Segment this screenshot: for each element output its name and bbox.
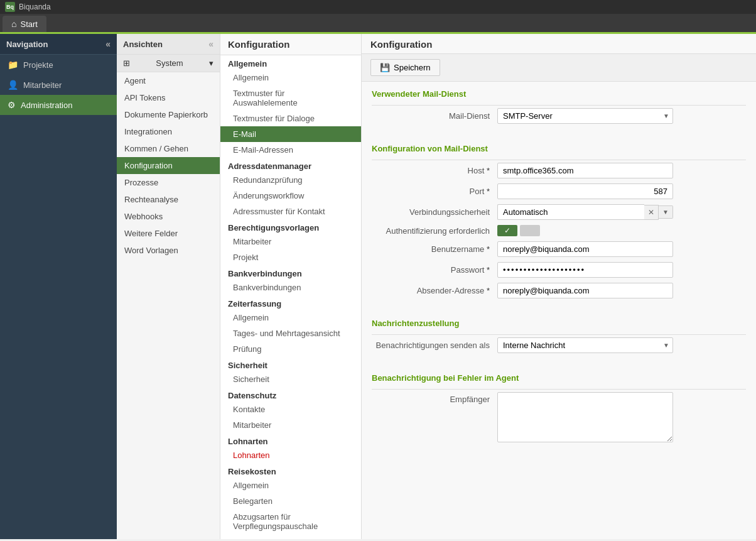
menu-item-bankverbindungen[interactable]: Bankverbindungen [220, 280, 361, 295]
menu-item-bv-mitarbeiter[interactable]: Mitarbeiter [220, 234, 361, 249]
verbindungssicherheit-select-wrapper: Automatisch Keine SSL/TLS STARTTLS ✕ ▼ [497, 204, 673, 220]
menu-item-redundanzpruefung[interactable]: Redundanzprüfung [220, 172, 361, 188]
empfaenger-textarea[interactable] [497, 392, 673, 442]
views-item-prozesse[interactable]: Prozesse [117, 174, 220, 191]
mail-dienst-title: Verwendeter Mail-Dienst [372, 89, 746, 99]
config-menu: Konfiguration Allgemein Allgemein Textmu… [220, 34, 362, 539]
menu-item-abzugsarten[interactable]: Abzugsarten für Verpflegungspauschale [220, 509, 361, 534]
port-input[interactable] [497, 183, 673, 199]
views-panel: Ansichten « ⊞ System ▾ Agent API Tokens … [117, 34, 220, 539]
tab-start-label: Start [20, 19, 37, 29]
sidebar-item-label: Administration [21, 101, 72, 110]
app-title: Biquanda [19, 3, 51, 11]
views-header: Ansichten « [117, 34, 220, 55]
mail-dienst-select-wrapper: SMTP-Server SendGrid Mailgun ▼ [497, 108, 673, 124]
views-collapse-button[interactable]: « [208, 39, 213, 49]
mail-dienst-label: Mail-Dienst [372, 111, 497, 121]
views-group-system-header[interactable]: ⊞ System ▾ [117, 55, 220, 72]
config-top-bar: 💾 Speichern [362, 54, 756, 82]
verbindungssicherheit-clear-button[interactable]: ✕ [644, 205, 659, 220]
content-area: Konfiguration Allgemein Allgemein Textmu… [220, 34, 756, 539]
home-icon: ⌂ [11, 19, 16, 29]
menu-item-allgemein[interactable]: Allgemein [220, 70, 361, 85]
empfaenger-label: Empfänger [372, 392, 497, 404]
menu-item-pruefung[interactable]: Prüfung [220, 341, 361, 357]
mail-dienst-select[interactable]: SMTP-Server SendGrid Mailgun [497, 108, 673, 124]
menu-section-adressdatenmanager: Adressdatenmanager [220, 158, 361, 172]
sidebar-item-label: Mitarbeiter [23, 80, 62, 90]
menu-item-email-adressen[interactable]: E-Mail-Adressen [220, 142, 361, 158]
form-row-mail-dienst: Mail-Dienst SMTP-Server SendGrid Mailgun… [372, 108, 746, 124]
titlebar: Bq Biquanda [0, 0, 756, 14]
verbindungssicherheit-label: Verbindungssicherheit [372, 207, 497, 217]
fehler-agent-title: Benachrichtigung bei Fehler im Agent [372, 373, 746, 383]
menu-item-ds-mitarbeiter[interactable]: Mitarbeiter [220, 417, 361, 433]
views-item-konfiguration[interactable]: Konfiguration [117, 157, 220, 174]
views-item-rechteanalyse[interactable]: Rechteanalyse [117, 191, 220, 208]
auth-toggle-off[interactable] [520, 225, 540, 236]
benutzername-input[interactable] [497, 241, 673, 257]
konfiguration-mail-title: Konfiguration von Mail-Dienst [372, 144, 746, 153]
config-panel-title: Konfiguration [362, 34, 756, 54]
port-label: Port [372, 187, 497, 196]
menu-item-textmuster-auswahl[interactable]: Textmuster für Auswahlelemente [220, 85, 361, 111]
menu-item-aenderungsworkflow[interactable]: Änderungsworkflow [220, 188, 361, 204]
menu-section-reisekosten: Reisekosten [220, 463, 361, 478]
menu-item-sicherheit[interactable]: Sicherheit [220, 371, 361, 387]
passwort-input[interactable] [497, 262, 673, 278]
views-item-kommen-gehen[interactable]: Kommen / Gehen [117, 140, 220, 157]
absender-input[interactable] [497, 283, 673, 298]
app-icon: Bq [5, 2, 15, 12]
fehler-agent-section: Benachrichtigung bei Fehler im Agent Emp… [362, 366, 756, 455]
sidebar-item-mitarbeiter[interactable]: 👤 Mitarbeiter [0, 75, 117, 95]
auth-toggle-on[interactable] [497, 225, 517, 236]
views-item-integrationen[interactable]: Integrationen [117, 123, 220, 140]
nav-collapse-button[interactable]: « [105, 39, 111, 49]
menu-item-lohnarten[interactable]: Lohnarten [220, 447, 361, 463]
menu-item-adressmuster-kontakt[interactable]: Adressmuster für Kontakt [220, 204, 361, 219]
nav-title: Navigation [6, 40, 48, 49]
menu-item-bv-projekt[interactable]: Projekt [220, 249, 361, 265]
section-divider-4 [372, 389, 746, 390]
sidebar-item-projekte[interactable]: 📁 Projekte [0, 55, 117, 75]
benachrichtigungen-select[interactable]: Interne Nachricht E-Mail Beides [497, 337, 673, 353]
views-item-dokumente-papierkorb[interactable]: Dokumente Papierkorb [117, 106, 220, 123]
sidebar-item-label: Projekte [23, 60, 53, 70]
menu-section-bankverbindungen: Bankverbindungen [220, 265, 361, 280]
menu-section-lohnarten: Lohnarten [220, 433, 361, 447]
menu-item-kontakte[interactable]: Kontakte [220, 402, 361, 417]
views-item-weitere-felder[interactable]: Weitere Felder [117, 225, 220, 242]
tab-start[interactable]: ⌂ Start [3, 16, 46, 32]
menu-item-belegarten[interactable]: Belegarten [220, 493, 361, 509]
verbindungssicherheit-select[interactable]: Automatisch Keine SSL/TLS STARTTLS [497, 204, 644, 220]
form-row-benachrichtigungen: Benachrichtigungen senden als Interne Na… [372, 337, 746, 353]
nachrichtenzustellung-title: Nachrichtenzustellung [372, 319, 746, 328]
menu-item-textmuster-dialoge[interactable]: Textmuster für Dialoge [220, 111, 361, 126]
form-row-host: Host [372, 163, 746, 178]
menu-item-ze-allgemein[interactable]: Allgemein [220, 310, 361, 325]
views-title: Ansichten [123, 40, 163, 49]
main-layout: Navigation « 📁 Projekte 👤 Mitarbeiter ⚙ … [0, 34, 756, 539]
config-menu-header: Konfiguration [220, 34, 361, 55]
verbindungssicherheit-arrow-button[interactable]: ▼ [659, 205, 673, 219]
section-divider-3 [372, 334, 746, 335]
views-item-word-vorlagen[interactable]: Word Vorlagen [117, 242, 220, 259]
form-row-passwort: Passwort [372, 262, 746, 278]
nachrichtenzustellung-section: Nachrichtenzustellung Benachrichtigungen… [362, 311, 756, 366]
save-button[interactable]: 💾 Speichern [370, 59, 440, 76]
menu-section-allgemein: Allgemein [220, 55, 361, 70]
section-divider-2 [372, 160, 746, 160]
menu-section-berechtigungsvorlagen: Berechtigungsvorlagen [220, 219, 361, 234]
menu-item-rk-allgemein[interactable]: Allgemein [220, 478, 361, 493]
auth-label: Authentifizierung erforderlich [372, 226, 497, 236]
views-item-agent[interactable]: Agent [117, 72, 220, 89]
form-row-auth: Authentifizierung erforderlich [372, 225, 746, 236]
menu-section-zeiterfassung: Zeiterfassung [220, 295, 361, 310]
menu-item-tages-mehrtagesansicht[interactable]: Tages- und Mehrtagesansicht [220, 325, 361, 341]
menu-item-email[interactable]: E-Mail [220, 126, 361, 142]
views-item-api-tokens[interactable]: API Tokens [117, 89, 220, 106]
views-item-webhooks[interactable]: Webhooks [117, 208, 220, 225]
host-input[interactable] [497, 163, 673, 178]
sidebar-item-administration[interactable]: ⚙ Administration [0, 95, 117, 115]
menu-section-sicherheit: Sicherheit [220, 357, 361, 371]
